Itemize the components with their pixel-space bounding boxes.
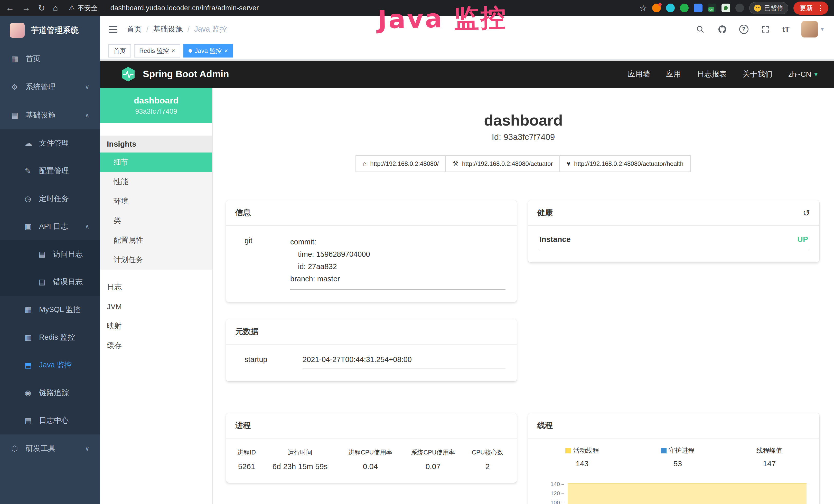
sidebar-item-access-logs[interactable]: ▤ 访问日志: [0, 240, 100, 268]
legend-value: 143: [576, 459, 589, 468]
sba-section-insights: Insights: [100, 136, 212, 153]
app-header: 首页 基础设施 Java 监控 ? tT ▾: [100, 16, 834, 43]
chevron-down-icon: ∨: [85, 445, 89, 452]
tab-java-monitor[interactable]: Java 监控 ×: [183, 44, 233, 58]
sidebar-item-label: 链路追踪: [39, 388, 69, 398]
site-security-chip[interactable]: ⚠ 不安全: [69, 4, 97, 13]
legend-swatch-yellow: [565, 448, 571, 453]
close-icon[interactable]: ×: [224, 48, 228, 54]
error-log-icon: ▤: [39, 278, 50, 286]
sba-nav-about[interactable]: 关于我们: [743, 69, 772, 79]
sba-menu-logs[interactable]: 日志: [100, 277, 212, 297]
tab-home[interactable]: 首页: [108, 44, 131, 58]
extension-icon-7[interactable]: [736, 4, 744, 12]
health-row[interactable]: Instance UP: [540, 235, 808, 250]
process-table: 进程ID 运行时间 进程CPU使用率 系统CPU使用率 CPU核心数 5261 …: [232, 446, 511, 472]
sidebar-item-home[interactable]: ▦ 首页: [0, 45, 100, 73]
sidebar-item-redis-monitor[interactable]: ▥ Redis 监控: [0, 323, 100, 351]
sba-menu-mappings[interactable]: 映射: [100, 316, 212, 336]
extension-icon-4[interactable]: [694, 4, 702, 12]
close-icon[interactable]: ×: [172, 48, 175, 54]
breadcrumb-item[interactable]: 基础设施: [142, 24, 183, 35]
extension-icon-5[interactable]: [708, 4, 716, 12]
sba-menu-scheduled-tasks[interactable]: 计划任务: [100, 250, 212, 270]
sba-menu-caches[interactable]: 缓存: [100, 336, 212, 356]
card-title: 元数据: [235, 326, 258, 337]
sba-menu-environment[interactable]: 环境: [100, 191, 212, 211]
instance-links: ⌂ http://192.168.0.2:48080/ ⚒ http://192…: [213, 155, 834, 172]
y-axis-tick: 120: [542, 490, 560, 497]
home-icon: ⌂: [363, 160, 367, 167]
sidebar-item-java-monitor[interactable]: ⬒ Java 监控: [0, 351, 100, 379]
health-link[interactable]: ♥ http://192.168.0.2:48080/actuator/heal…: [559, 155, 691, 172]
sba-menu-config-props[interactable]: 配置属性: [100, 231, 212, 250]
sba-nav-applications[interactable]: 应用: [666, 69, 681, 79]
github-icon[interactable]: [717, 24, 727, 35]
extension-icon-6[interactable]: [722, 4, 730, 12]
app-sidebar: 芋道管理系统 ▦ 首页 ⚙ 系统管理 ∨ ▤ 基础设施 ∧ ☁ 文件管理 ✎ 配…: [0, 16, 100, 504]
user-menu[interactable]: ▾: [802, 21, 824, 38]
sba-nav-wallboard[interactable]: 应用墙: [628, 69, 650, 79]
address-url[interactable]: dashboard.yudao.iocoder.cn/infra/admin-s…: [110, 4, 259, 12]
sba-instance-block[interactable]: dashboard 93a3fc7f7409: [100, 88, 212, 123]
actuator-link[interactable]: ⚒ http://192.168.0.2:48080/actuator: [445, 155, 560, 172]
cloud-icon: ☁: [25, 139, 37, 147]
sidebar-item-mysql-monitor[interactable]: ▦ MySQL 监控: [0, 296, 100, 323]
hamburger-icon[interactable]: [108, 24, 118, 35]
help-icon[interactable]: ?: [739, 25, 748, 34]
bookmark-star-icon[interactable]: ☆: [639, 3, 647, 13]
legend-item-daemon-threads: 守护进程 53: [661, 446, 695, 468]
redis-icon: ▥: [25, 333, 37, 342]
sidebar-item-file-mgmt[interactable]: ☁ 文件管理: [0, 130, 100, 157]
forward-icon[interactable]: →: [22, 3, 30, 13]
app-logo[interactable]: 芋道管理系统: [0, 16, 100, 45]
sba-language-select[interactable]: zh~CN ▾: [788, 70, 817, 78]
sba-menu-classes[interactable]: 类: [100, 211, 212, 231]
history-icon[interactable]: ↺: [803, 208, 810, 217]
update-button[interactable]: 更新 ⋮: [793, 2, 828, 15]
extension-icon-2[interactable]: [666, 4, 675, 12]
metadata-key: startup: [244, 356, 303, 368]
sba-menu-performance[interactable]: 性能: [100, 172, 212, 191]
extension-icon-3[interactable]: [680, 4, 688, 12]
sba-menu-details[interactable]: 细节: [100, 153, 212, 172]
sidebar-item-tracing[interactable]: ◉ 链路追踪: [0, 379, 100, 407]
instance-home-link[interactable]: ⌂ http://192.168.0.2:48080/: [355, 155, 446, 172]
avatar: [802, 21, 818, 38]
sidebar-item-api-logs[interactable]: ▣ API 日志 ∧: [0, 212, 100, 240]
sidebar-item-dev-tools[interactable]: ⬡ 研发工具 ∨: [0, 434, 100, 463]
search-icon[interactable]: [695, 24, 705, 35]
paused-extension-badge[interactable]: 已暂停: [749, 2, 788, 14]
edit-icon: ✎: [25, 167, 37, 175]
legend-item-live-threads: 活动线程 143: [565, 446, 599, 468]
sidebar-item-system-mgmt[interactable]: ⚙ 系统管理 ∨: [0, 73, 100, 101]
extension-icon-1[interactable]: [652, 4, 661, 12]
tabs-bar: 首页 Redis 监控 × Java 监控 ×: [100, 43, 834, 60]
legend-label: 活动线程: [573, 446, 599, 455]
reload-icon[interactable]: ↻: [38, 3, 45, 13]
sidebar-item-error-logs[interactable]: ▤ 错误日志: [0, 268, 100, 296]
sidebar-item-label: API 日志: [39, 221, 68, 232]
process-col-header: 系统CPU使用率: [402, 446, 464, 461]
sidebar-item-scheduled-jobs[interactable]: ◷ 定时任务: [0, 185, 100, 212]
sba-brand[interactable]: Spring Boot Admin: [143, 69, 229, 79]
fullscreen-icon[interactable]: [760, 24, 771, 35]
sba-sidebar: dashboard 93a3fc7f7409 Insights 细节 性能 环境…: [100, 88, 213, 504]
sba-main-content: dashboard Id: 93a3fc7f7409 ⌂ http://192.…: [213, 88, 834, 504]
toolbox-icon: ⬡: [11, 444, 23, 453]
menu-dots-icon[interactable]: ⋮: [817, 4, 824, 12]
browser-home-icon[interactable]: ⌂: [53, 3, 58, 13]
tab-redis-monitor[interactable]: Redis 监控 ×: [134, 44, 180, 58]
sidebar-item-config-mgmt[interactable]: ✎ 配置管理: [0, 157, 100, 185]
monitor-icon: ⬒: [25, 361, 37, 369]
breadcrumb-item[interactable]: 首页: [127, 24, 142, 35]
sidebar-item-infrastructure[interactable]: ▤ 基础设施 ∧: [0, 101, 100, 130]
sba-menu-jvm[interactable]: JVM: [100, 297, 212, 316]
sidebar-item-log-center[interactable]: ▤ 日志中心: [0, 407, 100, 434]
font-size-icon[interactable]: tT: [782, 25, 790, 33]
infrastructure-icon: ▤: [11, 111, 23, 120]
sba-nav-journal[interactable]: 日志报表: [697, 69, 727, 79]
sidebar-item-label: 定时任务: [39, 193, 69, 204]
back-icon[interactable]: ←: [6, 3, 14, 13]
y-axis-tick: 100: [542, 499, 560, 504]
